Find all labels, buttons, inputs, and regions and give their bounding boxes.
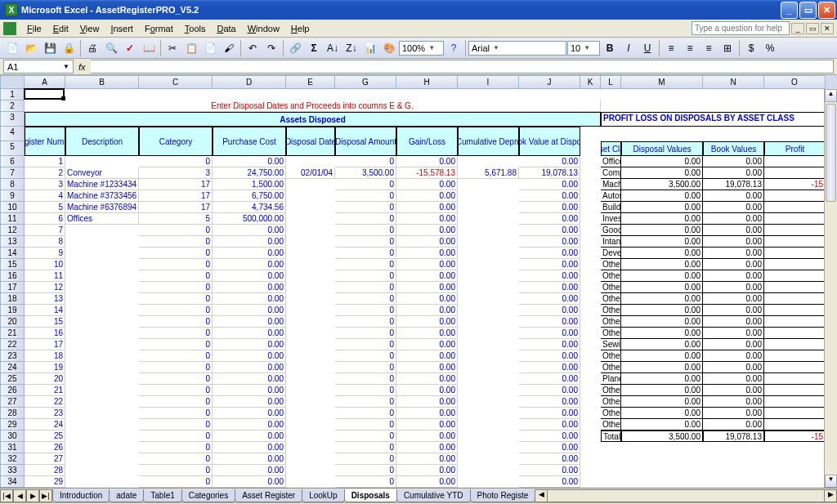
undo-button[interactable]: ↶ — [244, 39, 262, 57]
cell[interactable]: Others — [601, 350, 621, 362]
cell[interactable]: 0.00 — [703, 213, 764, 225]
row-header-5[interactable]: 5 — [0, 141, 25, 156]
cell[interactable]: 0.00 — [621, 156, 703, 167]
cell[interactable]: Office equipment — [601, 156, 621, 167]
cell[interactable]: 5,671.88 — [458, 167, 519, 179]
cell[interactable]: 6 — [25, 213, 65, 225]
cell[interactable]: 0 — [335, 419, 396, 430]
cell[interactable]: 0.00 — [621, 419, 703, 430]
row-header-17[interactable]: 17 — [0, 282, 25, 293]
cell[interactable]: 0.00 — [519, 339, 580, 350]
cell[interactable]: 0 — [335, 316, 396, 328]
cell[interactable]: 0 — [335, 442, 396, 453]
row-header-19[interactable]: 19 — [0, 305, 25, 316]
menu-format[interactable]: Format — [139, 22, 179, 35]
sheet-tab-photo-registe[interactable]: Photo Registe — [470, 489, 536, 502]
cell[interactable]: 0 — [139, 408, 213, 419]
cell[interactable]: 0.00 — [519, 305, 580, 316]
cell[interactable]: 0.00 — [621, 248, 703, 259]
cell[interactable]: 02/01/04 — [286, 167, 335, 179]
cell[interactable] — [764, 213, 826, 225]
cell[interactable]: 0.00 — [621, 362, 703, 373]
hyperlink-button[interactable]: 🔗 — [286, 39, 304, 57]
close-button[interactable]: ✕ — [818, 2, 835, 19]
cell[interactable]: 0 — [335, 179, 396, 190]
cell[interactable]: 19,078.13 — [703, 430, 764, 442]
cell[interactable]: 4,734.56 — [213, 202, 286, 213]
cell[interactable]: Book Value at Disposal — [519, 127, 580, 156]
italic-button[interactable]: I — [620, 39, 638, 57]
cell[interactable]: 0.00 — [703, 396, 764, 408]
column-header-O[interactable]: O — [764, 75, 826, 89]
cell[interactable]: 5 — [25, 202, 65, 213]
cell[interactable]: Computer systems — [601, 167, 621, 179]
fontsize-combo[interactable]: 10▼ — [567, 41, 600, 56]
cell[interactable]: Others — [601, 362, 621, 373]
row-header-25[interactable]: 25 — [0, 373, 25, 385]
row-header-12[interactable]: 12 — [0, 225, 25, 236]
cell[interactable]: 0.00 — [519, 236, 580, 248]
cell[interactable]: 0 — [139, 430, 213, 442]
new-button[interactable]: 📄 — [3, 39, 21, 57]
cell[interactable]: 8 — [25, 236, 65, 248]
cell[interactable]: 0 — [335, 236, 396, 248]
cell[interactable]: 1,500.00 — [213, 179, 286, 190]
cell[interactable]: 0.00 — [213, 465, 286, 476]
row-header-27[interactable]: 27 — [0, 396, 25, 408]
cell[interactable]: PROFIT LOSS ON DISPOSALS BY ASSET CLASS — [601, 112, 826, 127]
row-header-33[interactable]: 33 — [0, 465, 25, 476]
row-header-9[interactable]: 9 — [0, 190, 25, 202]
row-header-34[interactable]: 34 — [0, 476, 25, 488]
cell[interactable]: Machine #3733456 — [65, 190, 139, 202]
cell[interactable]: 0.00 — [703, 373, 764, 385]
help-search-input[interactable] — [692, 21, 790, 35]
row-header-4[interactable]: 4 — [0, 127, 25, 141]
cell[interactable]: 0.00 — [213, 350, 286, 362]
cell[interactable]: 0.00 — [703, 259, 764, 270]
tab-first[interactable]: |◀ — [0, 489, 13, 502]
cell[interactable]: 0.00 — [396, 270, 458, 282]
save-button[interactable]: 💾 — [41, 39, 59, 57]
cell[interactable]: 3,500.00 — [621, 179, 703, 190]
cell[interactable] — [764, 396, 826, 408]
cell[interactable]: 0 — [335, 476, 396, 488]
cell[interactable]: 0.00 — [519, 419, 580, 430]
row-header-18[interactable]: 18 — [0, 293, 25, 305]
cell[interactable]: Others — [601, 305, 621, 316]
cell[interactable]: 17 — [139, 202, 213, 213]
drawing-button[interactable]: 🎨 — [380, 39, 398, 57]
cell[interactable]: 0 — [139, 305, 213, 316]
cell[interactable] — [764, 339, 826, 350]
cell[interactable]: Profit — [764, 141, 826, 156]
cell[interactable]: 3 — [25, 179, 65, 190]
cell[interactable]: 0.00 — [396, 465, 458, 476]
cell[interactable] — [764, 419, 826, 430]
row-header-23[interactable]: 23 — [0, 350, 25, 362]
cell[interactable]: 0.00 — [703, 167, 764, 179]
cell[interactable]: 0 — [139, 156, 213, 167]
cell[interactable]: Others — [601, 316, 621, 328]
cell[interactable]: 0 — [139, 225, 213, 236]
cell[interactable]: 21 — [25, 385, 65, 396]
cell[interactable]: 22 — [25, 396, 65, 408]
cell[interactable]: Disposal Amount — [335, 127, 396, 156]
cell[interactable]: 19,078.13 — [519, 167, 580, 179]
cell[interactable]: 0 — [139, 270, 213, 282]
cell[interactable]: 0.00 — [703, 350, 764, 362]
row-header-3[interactable]: 3 — [0, 112, 25, 127]
cell[interactable]: Others — [601, 419, 621, 430]
cell[interactable]: 7 — [25, 225, 65, 236]
cell[interactable]: 0.00 — [621, 408, 703, 419]
cell[interactable]: 0 — [335, 293, 396, 305]
sheet-tab-lookup[interactable]: LookUp — [302, 489, 344, 502]
cell[interactable]: Others — [601, 282, 621, 293]
cell[interactable]: 0.00 — [519, 259, 580, 270]
cell[interactable] — [764, 316, 826, 328]
cell[interactable]: 0 — [335, 408, 396, 419]
cell[interactable]: 0 — [139, 476, 213, 488]
cell[interactable]: 0 — [139, 236, 213, 248]
cell[interactable]: 0 — [335, 430, 396, 442]
cell[interactable]: 0.00 — [396, 453, 458, 465]
cell[interactable]: Totals — [601, 430, 621, 442]
cell[interactable]: 0.00 — [396, 282, 458, 293]
